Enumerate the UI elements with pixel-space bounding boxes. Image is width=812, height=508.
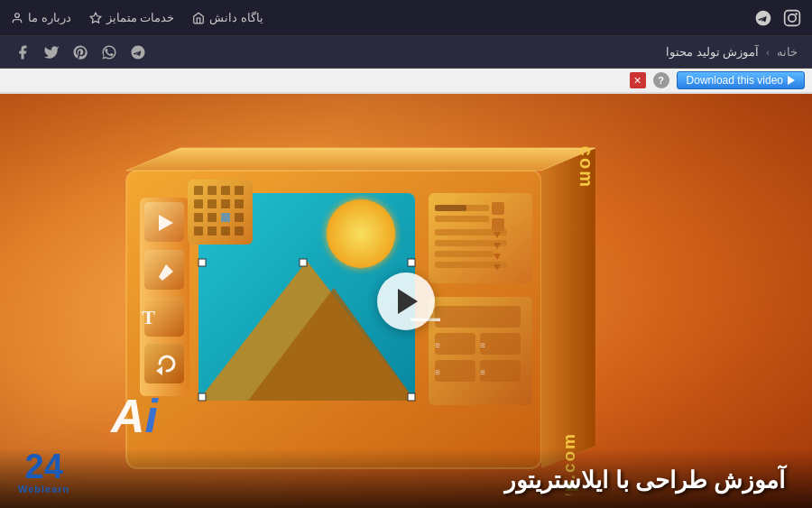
svg-rect-45 [480, 360, 521, 382]
svg-point-2 [795, 13, 798, 15]
svg-rect-30 [492, 202, 504, 215]
svg-rect-41 [435, 306, 521, 328]
nav-about[interactable]: درباره ما [11, 11, 71, 24]
services-icon [89, 12, 102, 24]
play-button[interactable] [377, 272, 435, 330]
svg-rect-0 [785, 10, 800, 25]
svg-rect-53 [208, 186, 217, 195]
bottom-overlay: 24 Weblearn آموزش طراحی با ایلاستریتور [0, 448, 812, 508]
svg-text:≡: ≡ [480, 340, 485, 350]
logo-number: 24 [25, 449, 63, 484]
help-icon[interactable]: ? [653, 72, 669, 88]
svg-rect-60 [194, 213, 203, 222]
svg-rect-62 [221, 213, 230, 222]
svg-point-4 [15, 13, 20, 17]
svg-rect-44 [435, 360, 475, 382]
breadcrumb-home[interactable]: خانه [777, 45, 798, 59]
svg-rect-28 [435, 216, 489, 222]
svg-rect-63 [235, 213, 244, 222]
svg-text:≡: ≡ [480, 367, 485, 377]
svg-text:Ai: Ai [109, 390, 160, 442]
svg-rect-43 [480, 333, 521, 355]
svg-rect-58 [221, 199, 230, 208]
svg-rect-15 [198, 393, 206, 401]
course-title: آموزش طراحی با ایلاستریتور [504, 466, 785, 494]
svg-rect-67 [235, 226, 244, 236]
download-arrow-icon [788, 76, 795, 85]
svg-rect-31 [492, 218, 504, 231]
svg-rect-17 [300, 259, 307, 266]
logo-area: 24 Weblearn [18, 449, 69, 494]
download-video-button[interactable]: Download this video [677, 71, 805, 89]
svg-rect-34 [435, 251, 494, 257]
svg-marker-3 [90, 13, 101, 23]
svg-rect-57 [208, 199, 217, 208]
svg-rect-12 [284, 324, 365, 401]
social-facebook-icon[interactable] [14, 44, 31, 60]
breadcrumb-current: آموزش تولید محتوا [666, 45, 759, 59]
svg-rect-52 [194, 186, 203, 195]
social-telegram-icon[interactable] [130, 44, 146, 60]
svg-rect-16 [408, 393, 415, 401]
telegram-icon[interactable] [754, 9, 772, 27]
svg-rect-64 [194, 226, 203, 236]
svg-rect-24 [144, 344, 184, 383]
svg-text:≡: ≡ [435, 367, 440, 377]
download-button-label: Download this video [687, 74, 783, 87]
svg-rect-55 [235, 186, 244, 195]
breadcrumb: خانه › آموزش تولید محتوا [666, 45, 798, 59]
logo-text: Weblearn [18, 484, 69, 494]
video-container[interactable]: T [0, 94, 812, 508]
svg-text:Abzarwp.com: Abzarwp.com [577, 143, 596, 189]
social-pinterest-icon[interactable] [72, 44, 88, 60]
svg-rect-14 [408, 259, 415, 266]
svg-rect-66 [221, 226, 230, 236]
svg-text:T: T [142, 306, 155, 328]
svg-point-1 [789, 14, 796, 21]
social-icons-bar [14, 44, 146, 60]
navbar-right-links: یاگاه دانش خدمات متمایز درباره ما [11, 11, 263, 24]
breadcrumb-separator: › [766, 47, 770, 58]
box-illustration: T [90, 143, 650, 495]
svg-rect-56 [194, 199, 203, 208]
navbar-left-icons [754, 9, 801, 27]
svg-rect-42 [435, 333, 475, 355]
play-icon [398, 289, 418, 314]
svg-marker-6 [541, 148, 595, 468]
svg-text:≡: ≡ [435, 340, 440, 350]
download-bar: Download this video ? ✕ [0, 69, 812, 94]
svg-rect-54 [221, 186, 230, 195]
social-whatsapp-icon[interactable] [101, 44, 117, 60]
svg-rect-13 [198, 259, 206, 266]
svg-rect-59 [235, 199, 244, 208]
close-download-bar-button[interactable]: ✕ [630, 72, 646, 88]
navbar: یاگاه دانش خدمات متمایز درباره ما [0, 0, 812, 36]
home-icon [192, 12, 205, 24]
nav-home[interactable]: یاگاه دانش [192, 11, 263, 24]
svg-marker-7 [126, 148, 595, 171]
svg-rect-61 [208, 213, 217, 222]
svg-rect-29 [435, 205, 466, 211]
instagram-icon[interactable] [783, 9, 801, 27]
svg-point-9 [327, 199, 395, 268]
social-twitter-icon[interactable] [43, 44, 60, 60]
nav-services[interactable]: خدمات متمایز [89, 11, 175, 24]
about-icon [11, 12, 23, 24]
svg-rect-65 [208, 226, 217, 236]
breadcrumb-bar: خانه › آموزش تولید محتوا [0, 36, 812, 69]
main-content: T [0, 94, 812, 508]
